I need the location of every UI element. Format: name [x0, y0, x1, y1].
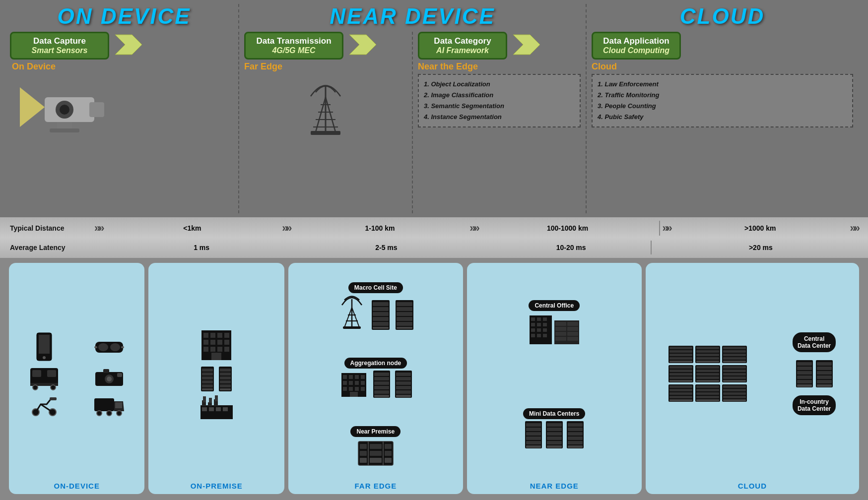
far-edge-macro: Macro Cell Site	[291, 281, 460, 330]
svg-rect-153	[543, 328, 547, 332]
svg-rect-140	[385, 451, 392, 456]
svg-rect-49	[224, 333, 229, 338]
mini-dc-icons	[525, 421, 584, 448]
svg-rect-174	[547, 423, 562, 427]
lat-val-3: 10-20 ms	[494, 244, 649, 251]
svg-rect-70	[220, 380, 231, 383]
svg-rect-109	[343, 381, 347, 385]
camera-svg	[15, 77, 114, 137]
main-container: ON DEVICE NEAR DEVICE CLOUD Data Capture…	[0, 0, 868, 500]
svg-rect-210	[669, 380, 692, 382]
card-cloud-label: CLOUD	[738, 482, 767, 490]
svg-rect-92	[373, 307, 389, 311]
near-edge-mini: Mini Data Centers	[470, 407, 639, 448]
process-category-row: Data Category AI Framework	[418, 32, 581, 60]
svg-marker-8	[349, 35, 376, 55]
svg-rect-202	[723, 354, 746, 356]
process-capture-box: Data Capture Smart Sensors	[10, 32, 109, 60]
cloud-rack-row-2	[668, 365, 747, 382]
macro-cell-badge: Macro Cell Site	[348, 282, 403, 293]
cloud-list-item-4: 4. Pubic Safety	[598, 112, 847, 123]
card-near-edge-label: NEAR EDGE	[530, 482, 579, 490]
svg-rect-51	[210, 340, 215, 345]
arrow-after-capture	[115, 33, 142, 59]
svg-rect-56	[217, 347, 222, 352]
cloud-server-array	[668, 346, 747, 402]
svg-rect-96	[373, 327, 389, 329]
far-edge-near-premise: Near Premise	[291, 425, 460, 466]
svg-rect-113	[343, 387, 347, 391]
svg-rect-148	[531, 323, 535, 326]
svg-rect-244	[797, 371, 812, 375]
svg-rect-190	[669, 354, 692, 356]
svg-rect-189	[669, 350, 692, 353]
svg-rect-159	[567, 322, 578, 326]
svg-rect-82	[216, 407, 221, 411]
svg-point-30	[33, 385, 38, 390]
svg-rect-220	[723, 373, 746, 375]
aggregation-badge: Aggregation node	[344, 358, 407, 369]
svg-rect-249	[817, 362, 832, 366]
svg-rect-200	[723, 347, 746, 349]
svg-rect-186	[568, 445, 583, 448]
card-far-edge-body: Macro Cell Site	[291, 268, 460, 480]
svg-rect-215	[696, 376, 719, 379]
svg-rect-207	[669, 370, 692, 372]
device-icon-scooter	[16, 394, 73, 416]
svg-rect-93	[373, 312, 389, 316]
svg-point-20	[43, 356, 46, 359]
svg-rect-27	[32, 370, 41, 377]
card-on-device: ON-DEVICE	[9, 263, 144, 494]
svg-rect-16	[311, 131, 340, 135]
svg-rect-48	[217, 333, 222, 338]
arrow-after-transmission	[349, 33, 376, 59]
dist-arrow-3: »»	[662, 222, 670, 235]
svg-rect-167	[526, 423, 541, 427]
svg-rect-239	[723, 396, 746, 398]
svg-rect-185	[568, 441, 583, 444]
top-area: ON DEVICE NEAR DEVICE CLOUD Data Capture…	[0, 0, 868, 258]
svg-rect-181	[568, 423, 583, 427]
svg-line-86	[352, 308, 359, 327]
svg-rect-3	[89, 102, 104, 117]
svg-rect-77	[203, 396, 206, 402]
latency-row: Average Latency 1 ms 2-5 ms 10-20 ms >20…	[10, 238, 858, 257]
svg-point-31	[51, 385, 56, 390]
svg-rect-175	[547, 428, 562, 431]
device-icon-truck	[81, 394, 138, 416]
svg-rect-98	[397, 302, 412, 306]
premise-server-racks	[200, 367, 233, 391]
svg-rect-206	[669, 366, 692, 369]
svg-rect-155	[537, 334, 541, 337]
svg-rect-121	[374, 381, 389, 385]
svg-rect-24	[94, 346, 97, 348]
card-cloud: CentralData Center In-countryData Center…	[646, 263, 859, 494]
device-icon-camera	[81, 366, 138, 390]
svg-rect-237	[723, 389, 746, 391]
svg-rect-116	[361, 387, 365, 391]
lat-val-4: >20 ms	[683, 244, 838, 251]
svg-rect-115	[355, 387, 359, 391]
svg-rect-47	[210, 333, 215, 338]
card-far-edge: Macro Cell Site	[288, 263, 463, 494]
svg-rect-35	[103, 369, 109, 373]
svg-rect-213	[696, 370, 719, 372]
svg-rect-63	[202, 380, 213, 383]
cloud-content: CentralData Center In-countryData Center	[649, 331, 856, 416]
svg-point-34	[107, 376, 112, 381]
svg-rect-41	[115, 402, 122, 408]
svg-rect-78	[209, 398, 212, 403]
svg-rect-158	[555, 322, 566, 326]
svg-rect-108	[361, 375, 365, 379]
far-edge-aggregation: Aggregation node	[291, 357, 460, 398]
location-on-device: On Device	[12, 62, 238, 72]
svg-rect-40	[94, 398, 114, 411]
svg-rect-57	[224, 347, 229, 352]
svg-rect-130	[396, 390, 411, 394]
svg-rect-196	[696, 354, 719, 356]
central-office-icon	[527, 313, 582, 345]
location-cloud: Cloud	[592, 62, 853, 72]
svg-rect-195	[696, 350, 719, 353]
svg-rect-71	[220, 384, 231, 387]
ai-list-box: 1. Object Localization 2. Image Classifi…	[418, 74, 581, 127]
